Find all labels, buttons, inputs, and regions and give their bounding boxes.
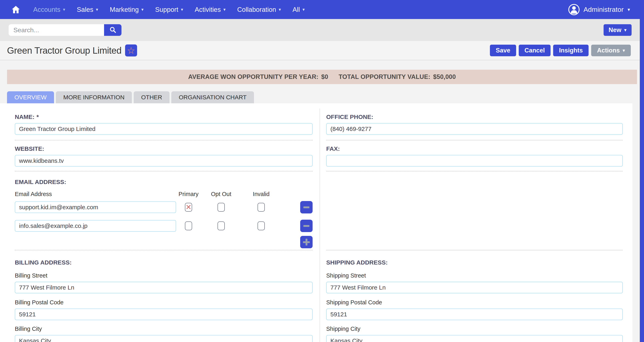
opt-out-header: Opt Out bbox=[211, 191, 231, 197]
nav-item-all[interactable]: All▾ bbox=[292, 6, 305, 14]
billing-street-input[interactable] bbox=[15, 282, 312, 293]
insights-button[interactable]: Insights bbox=[553, 45, 588, 56]
cancel-button[interactable]: Cancel bbox=[519, 45, 551, 56]
shipping-postal-input[interactable] bbox=[326, 308, 623, 320]
invalid-checkbox[interactable] bbox=[258, 203, 265, 212]
chevron-down-icon: ▾ bbox=[141, 7, 144, 12]
shipping-address-label: SHIPPING ADDRESS: bbox=[326, 259, 623, 266]
chevron-down-icon: ▾ bbox=[302, 7, 304, 12]
opt-out-checkbox[interactable] bbox=[218, 203, 225, 212]
new-button[interactable]: New ▾ bbox=[604, 24, 632, 36]
billing-street-label: Billing Street bbox=[15, 272, 312, 279]
name-input[interactable] bbox=[15, 123, 312, 135]
chevron-down-icon: ▾ bbox=[181, 7, 183, 12]
invalid-checkbox[interactable] bbox=[258, 221, 265, 230]
email-row: ✕ bbox=[15, 201, 312, 213]
chevron-down-icon: ▾ bbox=[63, 7, 65, 12]
vertical-scrollbar[interactable] bbox=[640, 0, 644, 342]
insights-button-label: Insights bbox=[559, 47, 583, 54]
save-button-label: Save bbox=[496, 47, 510, 54]
user-menu[interactable]: Administrator ▾ bbox=[568, 4, 630, 15]
email-table-headers: Email Address Primary Opt Out Invalid bbox=[15, 191, 312, 197]
nav-item-label: Marketing bbox=[110, 6, 139, 14]
record-header: Green Tractor Group Limited ☆ Save Cance… bbox=[0, 41, 644, 60]
email-section-spacer bbox=[320, 171, 632, 250]
primary-header: Primary bbox=[178, 191, 198, 197]
nav-item-label: Accounts bbox=[33, 6, 60, 14]
plus-icon bbox=[303, 239, 310, 245]
nav-item-accounts[interactable]: Accounts▾ bbox=[33, 6, 65, 14]
chevron-down-icon: ▾ bbox=[279, 7, 281, 12]
avg-opportunity-value: $0 bbox=[321, 73, 328, 81]
billing-address-label: BILLING ADDRESS: bbox=[15, 259, 312, 266]
record-actions: Save Cancel Insights Actions▾ bbox=[490, 45, 631, 56]
minus-icon bbox=[304, 225, 310, 227]
tab-more-information[interactable]: MORE INFORMATION bbox=[56, 91, 132, 103]
home-icon[interactable] bbox=[11, 5, 21, 15]
add-email-button[interactable] bbox=[300, 236, 312, 248]
chevron-down-icon: ▾ bbox=[628, 7, 630, 13]
billing-city-input[interactable] bbox=[15, 335, 312, 342]
nav-item-marketing[interactable]: Marketing▾ bbox=[110, 6, 144, 14]
record-tabs: OVERVIEW MORE INFORMATION OTHER ORGANISA… bbox=[0, 91, 644, 103]
actions-button[interactable]: Actions▾ bbox=[591, 45, 631, 56]
nav-item-activities[interactable]: Activities▾ bbox=[195, 6, 226, 14]
favorite-star-icon[interactable]: ☆ bbox=[125, 45, 137, 57]
avg-opportunity-label: AVERAGE WON OPPORTUNITY PER YEAR: bbox=[188, 73, 318, 81]
primary-checkbox[interactable] bbox=[185, 221, 192, 230]
nav-item-support[interactable]: Support▾ bbox=[155, 6, 183, 14]
remove-email-button[interactable] bbox=[300, 220, 312, 232]
page-title: Green Tractor Group Limited bbox=[7, 45, 122, 56]
cancel-button-label: Cancel bbox=[524, 47, 545, 54]
tab-organisation-chart[interactable]: ORGANISATION CHART bbox=[171, 91, 254, 103]
nav-item-sales[interactable]: Sales▾ bbox=[77, 6, 98, 14]
billing-city-label: Billing City bbox=[15, 325, 312, 332]
tab-overview[interactable]: OVERVIEW bbox=[7, 91, 54, 103]
search-icon bbox=[109, 26, 116, 34]
primary-checkbox[interactable]: ✕ bbox=[185, 203, 192, 212]
email-section-cell: EMAIL ADDRESS: Email Address Primary Opt… bbox=[0, 171, 320, 250]
shipping-city-label: Shipping City bbox=[326, 325, 623, 332]
top-navbar: Accounts▾ Sales▾ Marketing▾ Support▾ Act… bbox=[0, 0, 644, 19]
email-input[interactable] bbox=[15, 201, 176, 213]
billing-postal-input[interactable] bbox=[15, 308, 312, 320]
remove-email-button[interactable] bbox=[300, 201, 312, 213]
email-section-label: EMAIL ADDRESS: bbox=[15, 179, 312, 185]
nav-item-label: Collaboration bbox=[237, 6, 276, 14]
shipping-street-label: Shipping Street bbox=[326, 272, 623, 279]
chevron-down-icon: ▾ bbox=[624, 28, 626, 33]
actions-button-label: Actions bbox=[597, 47, 620, 54]
opportunity-summary-banner: AVERAGE WON OPPORTUNITY PER YEAR:$0 TOTA… bbox=[7, 70, 637, 84]
opt-out-checkbox[interactable] bbox=[218, 221, 225, 230]
invalid-header: Invalid bbox=[253, 191, 270, 197]
shipping-city-input[interactable] bbox=[326, 335, 623, 342]
name-field-cell: NAME:* bbox=[0, 103, 320, 140]
save-button[interactable]: Save bbox=[490, 45, 516, 56]
nav-item-collaboration[interactable]: Collaboration▾ bbox=[237, 6, 281, 14]
required-mark: * bbox=[36, 114, 39, 120]
minus-icon bbox=[304, 206, 310, 208]
search-toolbar: New ▾ bbox=[0, 19, 644, 41]
overview-panel: NAME:* OFFICE PHONE: WEBSITE: FAX: bbox=[0, 103, 632, 342]
office-phone-field-cell: OFFICE PHONE: bbox=[320, 103, 632, 140]
user-avatar-icon bbox=[568, 4, 580, 15]
email-address-header: Email Address bbox=[15, 191, 176, 197]
chevron-down-icon: ▾ bbox=[96, 7, 98, 12]
search-input[interactable] bbox=[8, 24, 104, 36]
name-label: NAME:* bbox=[15, 114, 312, 120]
main-menu: Accounts▾ Sales▾ Marketing▾ Support▾ Act… bbox=[33, 6, 304, 14]
website-input[interactable] bbox=[15, 155, 312, 167]
office-phone-label: OFFICE PHONE: bbox=[326, 114, 623, 120]
shipping-street-input[interactable] bbox=[326, 282, 623, 293]
email-input[interactable] bbox=[15, 220, 176, 232]
column-divider bbox=[320, 109, 320, 342]
search-button[interactable] bbox=[104, 24, 122, 36]
billing-postal-label: Billing Postal Code bbox=[15, 299, 312, 305]
website-label: WEBSITE: bbox=[15, 146, 312, 152]
fax-input[interactable] bbox=[326, 155, 623, 167]
shipping-address-cell: SHIPPING ADDRESS: Shipping Street Shippi… bbox=[320, 250, 632, 342]
tab-other[interactable]: OTHER bbox=[134, 91, 170, 103]
nav-item-label: Sales bbox=[77, 6, 94, 14]
billing-address-cell: BILLING ADDRESS: Billing Street Billing … bbox=[0, 250, 320, 342]
office-phone-input[interactable] bbox=[326, 123, 623, 135]
